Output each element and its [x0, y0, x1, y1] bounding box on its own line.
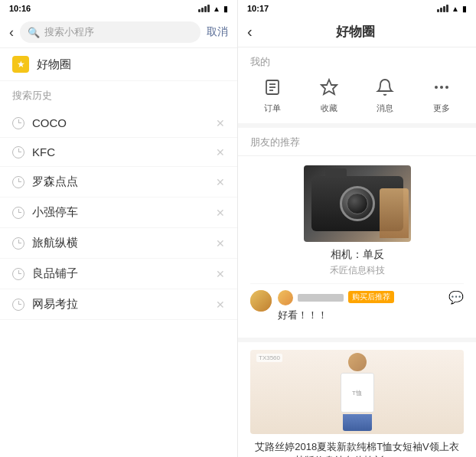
search-icon: 🔍	[28, 27, 40, 38]
search-bar: ‹ 🔍 搜索小程序 取消	[0, 17, 237, 48]
product-image-1	[304, 165, 411, 242]
history-text-7: 网易考拉	[32, 297, 216, 312]
star-icon: ★	[12, 56, 29, 73]
history-text-6: 良品铺子	[32, 266, 216, 281]
product-image-2: T恤 TX3560	[250, 350, 464, 434]
comment-reply-icon[interactable]: 💬	[448, 290, 464, 305]
right-back-button[interactable]: ‹	[247, 23, 253, 41]
cancel-button[interactable]: 取消	[207, 25, 228, 39]
search-input-wrap[interactable]: 🔍 搜索小程序	[20, 21, 201, 43]
close-icon-6[interactable]: ✕	[216, 268, 225, 280]
right-status-icons: ▲ ▮	[437, 5, 467, 13]
order-icon-item[interactable]: 订单	[260, 75, 285, 114]
clock-icon	[12, 117, 24, 129]
right-title: 好物圈	[260, 23, 452, 41]
history-title: 搜索历史	[0, 89, 237, 109]
left-status-bar: 10:16 ▲ ▮	[0, 0, 237, 17]
svg-point-7	[445, 86, 448, 89]
right-status-bar: 10:17 ▲ ▮	[238, 0, 476, 17]
more-icon	[429, 75, 454, 100]
order-label: 订单	[264, 103, 281, 114]
right-header: ‹ 好物圈	[238, 17, 476, 47]
close-icon-7[interactable]: ✕	[216, 299, 225, 311]
collect-icon	[317, 75, 341, 100]
wifi-icon: ▲	[213, 5, 220, 13]
clock-icon	[12, 207, 24, 219]
product-image-wrap-1	[250, 165, 464, 242]
back-button[interactable]: ‹	[9, 24, 14, 41]
collect-icon-item[interactable]: 收藏	[317, 75, 341, 114]
svg-point-6	[440, 86, 443, 89]
clock-icon	[12, 299, 24, 311]
product-name-2: 艾路丝婷2018夏装新款纯棉T恤女短袖V领上衣韩版修身纯色体恤衫TX3560	[250, 440, 464, 457]
product-card-2[interactable]: T恤 TX3560 艾路丝婷2018夏装新款纯棉T恤女短袖V领上衣韩版修身纯色体…	[238, 342, 476, 457]
close-icon-5[interactable]: ✕	[216, 237, 225, 250]
favorite-label: 好物圈	[37, 57, 71, 72]
left-time: 10:16	[9, 4, 31, 13]
clock-icon	[12, 146, 24, 158]
svg-point-5	[435, 86, 438, 89]
message-label: 消息	[377, 103, 393, 114]
battery-icon-right: ▮	[462, 5, 467, 13]
product-shop-1: 禾匠信息科技	[250, 264, 464, 277]
history-item[interactable]: KFC ✕	[0, 138, 237, 167]
my-section-label: 我的	[238, 55, 476, 75]
history-text-1: COCO	[32, 116, 216, 129]
history-section: 搜索历史 COCO ✕ KFC ✕ 罗森点点 ✕ 小强停车 ✕ 旅航纵横 ✕	[0, 81, 237, 328]
clock-icon	[12, 268, 24, 280]
right-panel: 10:17 ▲ ▮ ‹ 好物圈 我的	[238, 0, 476, 457]
svg-marker-4	[321, 80, 337, 94]
clock-icon	[12, 237, 24, 250]
signal-icon	[198, 5, 210, 12]
history-item[interactable]: 良品铺子 ✕	[0, 259, 237, 289]
more-icon-item[interactable]: 更多	[429, 75, 454, 114]
close-icon-3[interactable]: ✕	[216, 176, 225, 188]
comment-tag-1: 购买后推荐	[348, 291, 394, 303]
user-comment-1: 购买后推荐 好看！！！ 💬	[250, 283, 464, 328]
history-text-5: 旅航纵横	[32, 236, 216, 250]
friends-label: 朋友的推荐	[238, 128, 476, 156]
product-name-1: 相机：单反	[250, 248, 464, 262]
left-panel: 10:16 ▲ ▮ ‹ 🔍 搜索小程序 取消 ★ 好物圈 搜索历史 CO	[0, 0, 238, 457]
battery-icon: ▮	[223, 5, 228, 13]
favorite-section[interactable]: ★ 好物圈	[0, 48, 237, 81]
right-time: 10:17	[247, 4, 269, 13]
more-label: 更多	[433, 103, 450, 114]
clock-icon	[12, 176, 24, 188]
search-placeholder-text: 搜索小程序	[44, 25, 94, 39]
history-item[interactable]: 小强停车 ✕	[0, 197, 237, 228]
message-icon	[373, 75, 397, 100]
close-icon-4[interactable]: ✕	[216, 207, 225, 219]
my-section: 我的 订单 收藏	[238, 47, 476, 123]
history-text-4: 小强停车	[32, 205, 216, 220]
comment-content-1: 购买后推荐 好看！！！	[278, 290, 442, 322]
my-icons-row: 订单 收藏 消息	[238, 75, 476, 123]
message-icon-item[interactable]: 消息	[373, 75, 397, 114]
history-item[interactable]: 旅航纵横 ✕	[0, 228, 237, 259]
history-item[interactable]: 网易考拉 ✕	[0, 289, 237, 320]
signal-icon-right	[437, 5, 448, 12]
history-item[interactable]: COCO ✕	[0, 109, 237, 138]
close-icon-1[interactable]: ✕	[216, 117, 225, 129]
friends-section: 朋友的推荐 相机：单反 禾匠信息科技	[238, 128, 476, 457]
close-icon-2[interactable]: ✕	[216, 146, 225, 158]
avatar-1	[250, 290, 272, 312]
order-icon	[260, 75, 285, 100]
collect-label: 收藏	[321, 103, 337, 114]
left-status-icons: ▲ ▮	[198, 5, 228, 13]
wifi-icon-right: ▲	[452, 5, 459, 13]
history-item[interactable]: 罗森点点 ✕	[0, 167, 237, 197]
product-card-1[interactable]: 相机：单反 禾匠信息科技 购买后推荐 好看！！！ 💬	[238, 156, 476, 342]
comment-text-1: 好看！！！	[278, 309, 328, 321]
history-text-3: 罗森点点	[32, 175, 216, 189]
history-text-2: KFC	[32, 145, 216, 158]
